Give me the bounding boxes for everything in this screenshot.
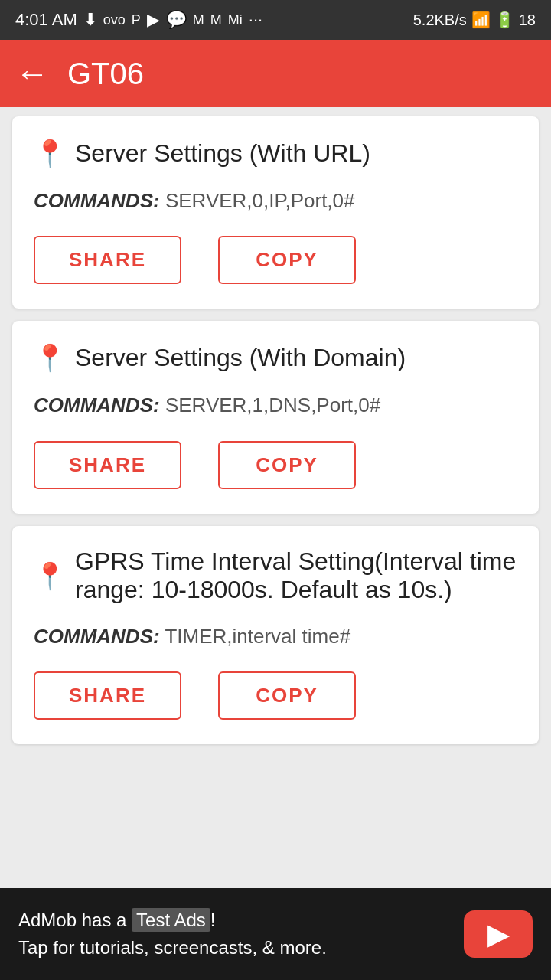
battery-level: 18: [519, 11, 536, 29]
youtube-play-button[interactable]: ▶: [464, 910, 533, 958]
ad-line2: Tap for tutorials, screencasts, & more.: [18, 934, 448, 962]
copy-button-2[interactable]: COPY: [218, 441, 356, 489]
status-bar-right: 5.2KB/s 📶 🔋 18: [413, 11, 536, 29]
card-gprs-interval: 📍 GPRS Time Interval Setting(Interval ti…: [12, 526, 539, 744]
card-title-server-domain: 📍 Server Settings (With Domain): [34, 342, 517, 373]
card-title-text-2: Server Settings (With Domain): [75, 344, 406, 372]
ovo-icon: ovo: [103, 12, 126, 28]
status-time: 4:01 AM: [15, 10, 77, 30]
card-title-gprs: 📍 GPRS Time Interval Setting(Interval ti…: [34, 547, 517, 604]
command-text-1: COMMANDS: SERVER,0,IP,Port,0#: [34, 187, 517, 214]
button-row-3: SHARE COPY: [34, 671, 517, 720]
share-button-2[interactable]: SHARE: [34, 441, 181, 489]
ad-highlight: Test Ads: [132, 908, 210, 932]
app-bar: ← GT06: [0, 40, 551, 107]
play-icon: ▶: [487, 917, 510, 951]
pin-icon-1: 📍: [34, 138, 66, 168]
command-label-3: COMMANDS:: [34, 625, 160, 648]
card-server-domain: 📍 Server Settings (With Domain) COMMANDS…: [12, 321, 539, 513]
command-text-2: COMMANDS: SERVER,1,DNS,Port,0#: [34, 391, 517, 419]
status-bar: 4:01 AM ⬇ ovo P ▶ 💬 M M Mi ··· 5.2KB/s 📶…: [0, 0, 551, 40]
main-content: 📍 Server Settings (With URL) COMMANDS: S…: [0, 107, 551, 888]
card-title-server-url: 📍 Server Settings (With URL): [34, 138, 517, 168]
pin-icon-3: 📍: [34, 560, 66, 591]
gmail-icon: M: [193, 12, 204, 28]
share-button-1[interactable]: SHARE: [34, 236, 181, 284]
inbox-icon: M: [210, 12, 222, 28]
signal-icon: 📶: [471, 11, 491, 29]
battery-icon: 🔋: [495, 11, 514, 29]
status-bar-left: 4:01 AM ⬇ ovo P ▶ 💬 M M Mi ···: [15, 10, 262, 30]
command-label-1: COMMANDS:: [34, 189, 160, 212]
button-row-2: SHARE COPY: [34, 441, 517, 489]
more-icon: ···: [249, 10, 262, 30]
ad-line1: AdMob has a Test Ads!: [18, 906, 448, 934]
paytm-icon: P: [132, 12, 141, 28]
copy-button-3[interactable]: COPY: [218, 671, 356, 720]
page-title: GT06: [67, 57, 144, 91]
network-speed: 5.2KB/s: [413, 11, 467, 29]
mi-icon: Mi: [228, 12, 243, 28]
ad-banner[interactable]: AdMob has a Test Ads! Tap for tutorials,…: [0, 888, 551, 980]
card-server-url: 📍 Server Settings (With URL) COMMANDS: S…: [12, 116, 539, 309]
command-label-2: COMMANDS:: [34, 394, 160, 416]
back-button[interactable]: ←: [15, 54, 49, 93]
ad-text: AdMob has a Test Ads! Tap for tutorials,…: [18, 906, 448, 962]
card-title-text-3: GPRS Time Interval Setting(Interval time…: [75, 547, 517, 604]
command-value-1: SERVER,0,IP,Port,0#: [165, 189, 355, 212]
command-value-3: TIMER,interval time#: [165, 625, 350, 648]
music-icon: ▶: [147, 10, 160, 30]
button-row-1: SHARE COPY: [34, 236, 517, 284]
copy-button-1[interactable]: COPY: [218, 236, 356, 284]
command-text-3: COMMANDS: TIMER,interval time#: [34, 622, 517, 650]
command-value-2: SERVER,1,DNS,Port,0#: [165, 394, 380, 416]
bubble-icon: 💬: [166, 10, 187, 30]
pin-icon-2: 📍: [34, 342, 66, 373]
download-icon: ⬇: [83, 10, 97, 30]
card-title-text-1: Server Settings (With URL): [75, 139, 370, 168]
share-button-3[interactable]: SHARE: [34, 671, 181, 720]
